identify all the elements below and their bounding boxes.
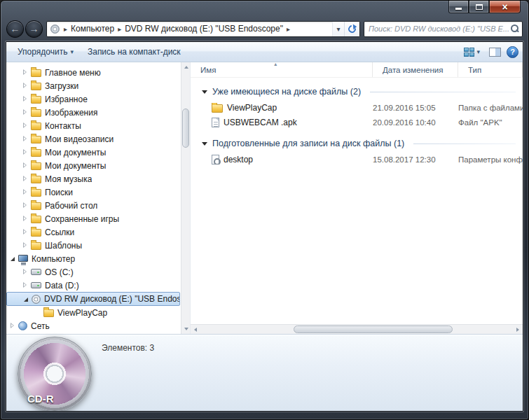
navigation-bar: ← → ▸ Компьютер ▸ DVD RW дисковод (E:) "… [6,18,523,41]
sidebar-item-links[interactable]: Ссылки [6,225,180,239]
sidebar-item-searches[interactable]: Поиски [6,186,180,199]
expander-collapsed-icon[interactable] [22,281,29,289]
breadcrumb-dvd-drive[interactable]: DVD RW дисковод (E:) "USB Endoscope" [123,22,285,35]
back-icon: ← [11,23,20,34]
help-icon: ? [510,48,515,56]
sidebar-item-saved-games[interactable]: Сохраненные игры [6,212,180,225]
refresh-icon [347,23,357,34]
expander-collapsed-icon[interactable] [22,82,29,90]
forward-icon: → [29,23,39,34]
sidebar-item-my-documents[interactable]: Мои документы [6,146,180,159]
expander-collapsed-icon[interactable] [22,95,29,103]
change-view-button[interactable]: ▾ [460,45,483,59]
maximize-icon [476,4,483,10]
scroll-up-button[interactable] [181,62,191,72]
expander-collapsed-icon[interactable] [22,135,29,143]
minimize-button[interactable] [448,1,469,13]
sidebar-item-main-menu[interactable]: Главное меню [6,66,180,79]
sidebar-item-my-documents-2[interactable]: Мои документы [6,159,180,172]
file-row-usbwebcam-apk[interactable]: USBWEBCAM .apk 20.09.2016 10:40 Файл "AP… [191,115,523,130]
column-header-type[interactable]: Тип [458,62,523,77]
chevron-down-icon: ▾ [476,48,480,55]
sidebar-item-drive-d[interactable]: Data (D:) [6,279,180,292]
cdr-disc-image: CD-R [18,337,92,411]
file-list: ▴ Имя Дата изменения Тип Уже имеющиеся н… [191,62,523,334]
location-disc-icon [50,24,60,34]
expander-collapsed-icon[interactable] [22,122,29,130]
expander-collapsed-icon[interactable] [22,69,29,76]
crumb-separator-icon[interactable]: ▸ [116,25,123,33]
column-header-name[interactable]: ▴ Имя [191,62,373,77]
sidebar-item-computer[interactable]: Компьютер [6,252,180,265]
expander-collapsed-icon[interactable] [22,148,29,156]
burn-to-disc-button[interactable]: Запись на компакт-диск [81,43,188,60]
column-headers: ▴ Имя Дата изменения Тип [191,62,523,78]
tree-vertical-scrollbar[interactable] [181,62,190,334]
group-expanded-icon[interactable] [202,142,207,146]
expander-collapsed-icon[interactable] [22,202,29,209]
expander-collapsed-icon[interactable] [22,108,29,116]
address-history-dropdown[interactable]: ▾ [332,22,344,36]
expander-expanded-icon[interactable] [9,255,17,262]
sidebar-item-favorites[interactable]: Избранное [6,92,180,106]
expander-collapsed-icon[interactable] [22,175,29,183]
crumb-separator-icon[interactable]: ▸ [285,25,291,33]
views-grid-icon [464,48,474,57]
dvd-drive-icon [32,295,41,304]
expander-collapsed-icon[interactable] [22,268,29,276]
back-button[interactable]: ← [6,20,24,38]
breadcrumb-computer[interactable]: Компьютер [69,22,116,35]
sidebar-item-contacts[interactable]: Контакты [6,119,180,132]
search-input[interactable] [369,24,509,33]
folder-icon [31,216,41,223]
expander-collapsed-icon[interactable] [9,322,17,330]
sidebar-item-downloads[interactable]: Загрузки [6,79,180,92]
folder-icon [31,136,41,144]
group-expanded-icon[interactable] [202,90,207,94]
scroll-left-button[interactable] [191,325,200,334]
expander-collapsed-icon[interactable] [22,241,29,249]
folder-icon [31,83,41,90]
sidebar-item-my-music[interactable]: Моя музыка [6,172,180,186]
forward-button[interactable]: → [25,20,43,38]
sidebar-item-viewplaycap[interactable]: ViewPlayCap [6,306,180,319]
organize-button[interactable]: Упорядочить ▾ [11,43,81,60]
expander-collapsed-icon[interactable] [22,188,29,196]
details-pane: CD-R Элементов: 3 [6,334,523,411]
scroll-down-button[interactable] [181,324,191,334]
preview-pane-icon[interactable] [489,48,501,57]
file-date: 20.09.2016 10:40 [373,118,458,127]
refresh-button[interactable] [344,22,359,36]
expander-collapsed-icon[interactable] [22,162,29,169]
sidebar-item-pictures[interactable]: Изображения [6,106,180,119]
folder-icon [31,189,41,197]
hard-drive-icon [31,269,41,275]
address-bar[interactable]: ▸ Компьютер ▸ DVD RW дисковод (E:) "USB … [46,21,360,37]
column-header-date-modified[interactable]: Дата изменения [373,62,458,77]
group-header-existing-files[interactable]: Уже имеющиеся на диске файлы (2) [191,83,523,100]
expander-collapsed-icon[interactable] [22,215,29,223]
file-row-viewplaycap[interactable]: ViewPlayCap 21.09.2016 15:05 Папка с фай… [191,100,523,115]
sidebar-item-templates[interactable]: Шаблоны [6,239,180,252]
title-bar[interactable]: × [6,1,523,18]
sidebar-item-dvd-drive-e[interactable]: DVD RW дисковод (E:) "USB Endoscope [6,292,180,306]
search-icon[interactable] [509,24,519,34]
help-button[interactable]: ? [507,46,518,58]
vertical-scroll-thumb[interactable] [182,108,189,148]
triangle-left-icon [194,328,197,332]
file-row-desktop[interactable]: desktop 15.08.2017 12:30 Параметры конф.… [191,152,523,167]
expander-collapsed-icon[interactable] [22,228,29,236]
sidebar-item-drive-c[interactable]: OS (C:) [6,265,180,279]
scroll-right-button[interactable] [513,325,523,334]
crumb-separator-icon[interactable]: ▸ [62,25,69,33]
sidebar-item-network[interactable]: Сеть [6,319,180,332]
horizontal-scroll-thumb[interactable] [294,326,453,333]
expander-expanded-icon[interactable] [22,295,30,303]
list-horizontal-scrollbar[interactable] [191,324,523,334]
sidebar-item-desktop[interactable]: Рабочий стол [6,199,180,212]
sidebar-item-my-videos[interactable]: Мои видеозаписи [6,132,180,146]
group-header-files-ready-to-burn[interactable]: Подготовленные для записи на диск файлы … [191,135,523,152]
maximize-button[interactable] [469,1,489,13]
close-button[interactable]: × [489,1,521,13]
search-box[interactable] [364,21,523,37]
